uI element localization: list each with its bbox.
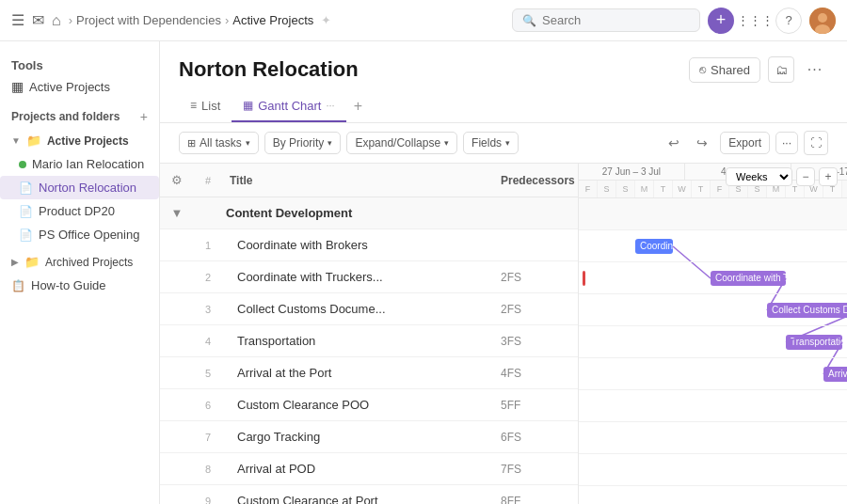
dot-mario <box>19 161 26 168</box>
pred-col: Predecessors <box>493 174 578 187</box>
task-title-8[interactable]: Arrival at POD <box>222 462 493 476</box>
folder-icon-active: 📁 <box>26 134 41 148</box>
task-num-8: 8 <box>194 464 222 475</box>
task-title-4[interactable]: Transportation <box>222 334 493 348</box>
page-icon: 📄 <box>19 181 33 195</box>
task-title-3[interactable]: Collect Customs Docume... <box>222 302 493 316</box>
mail-icon[interactable]: ✉ <box>32 11 44 29</box>
shared-button[interactable]: ⎋ Shared <box>689 57 760 83</box>
breadcrumb-item2: Active Projects <box>232 13 313 27</box>
task-num-6: 6 <box>194 400 222 411</box>
expand-chevron: ▾ <box>444 138 449 148</box>
add-tab-button[interactable]: + <box>346 90 370 122</box>
filter-button[interactable]: ⊞ All tasks ▾ <box>179 132 259 154</box>
menu-icon[interactable]: ☰ <box>11 11 24 29</box>
sidebar-norton-relocation[interactable]: 📄 Norton Relocation <box>0 176 159 199</box>
task-num-3: 3 <box>194 304 222 315</box>
redo-button[interactable]: ↪ <box>690 131 714 155</box>
priority-button[interactable]: By Priority ▾ <box>264 132 342 154</box>
task-pred-9: 8FF <box>493 495 578 505</box>
sidebar-item-label: Active Projects <box>29 80 110 94</box>
how-to-label: How-to Guide <box>31 278 105 292</box>
help-icon[interactable]: ? <box>775 8 802 34</box>
expand-archived-icon: ▶ <box>11 257 19 267</box>
shared-label: Shared <box>711 63 750 77</box>
tab-gantt[interactable]: ▦ Gantt Chart ··· <box>232 91 345 122</box>
search-bar[interactable]: 🔍 <box>512 8 700 32</box>
sidebar-mario-relocation[interactable]: Mario Ian Relocation <box>0 152 159 176</box>
expand-button[interactable]: Expand/Collapse ▾ <box>346 132 457 154</box>
export-button[interactable]: Export <box>720 132 770 154</box>
fields-button[interactable]: Fields ▾ <box>463 132 519 154</box>
grid-icon: ▦ <box>11 79 24 94</box>
zoom-out-button[interactable]: − <box>796 167 815 186</box>
task-pred-7: 6FS <box>493 431 578 444</box>
task-title-2[interactable]: Coordinate with Truckers... <box>222 270 493 284</box>
sidebar-ps-office[interactable]: 📄 PS Office Opening <box>0 223 159 246</box>
page-icon2: 📄 <box>19 205 33 218</box>
grid-icon[interactable]: ⋮⋮⋮ <box>742 8 768 34</box>
folder-archived-icon: 📁 <box>24 255 40 269</box>
tools-label: Tools <box>0 51 159 74</box>
tab-list[interactable]: ≡ List <box>179 91 232 122</box>
group-expand-icon[interactable]: ▼ <box>160 206 194 220</box>
add-button[interactable]: + <box>708 8 734 34</box>
projects-and-folders-header[interactable]: Projects and folders + <box>0 104 159 129</box>
fields-chevron: ▾ <box>505 138 510 148</box>
pin-icon[interactable]: ✦ <box>321 13 331 27</box>
gantt-chart: 27 Jun – 3 Jul 4-10 Jul 11–17 Jul 18–24 … <box>579 164 847 504</box>
sidebar-how-to[interactable]: 📋 How-to Guide <box>0 274 159 297</box>
task-pred-2: 2FS <box>493 271 578 284</box>
task-title-7[interactable]: Cargo Tracking <box>222 430 493 444</box>
day-cell: W <box>673 181 692 197</box>
archive-button[interactable]: 🗂 <box>768 56 794 83</box>
week-view-select[interactable]: Weeks Days Months <box>726 167 792 186</box>
sidebar-archived-projects[interactable]: ▶ 📁 Archived Projects <box>0 250 159 274</box>
table-row: 8 Arrival at POD 7FS <box>160 453 578 485</box>
table-row: 7 Cargo Tracking 6FS <box>160 421 578 453</box>
task-pred-8: 7FS <box>493 463 578 476</box>
zoom-in-button[interactable]: + <box>819 167 838 186</box>
sidebar-active-projects-group[interactable]: ▼ 📁 Active Projects <box>0 129 159 152</box>
priority-label: By Priority <box>273 136 325 150</box>
table-row: 2 Coordinate with Truckers... 2FS <box>160 261 578 293</box>
breadcrumb-item1[interactable]: Project with Dependencies <box>76 13 221 27</box>
tab-gantt-label: Gantt Chart <box>258 99 321 113</box>
gantt-row-7 <box>579 422 847 454</box>
sidebar-product-dp20[interactable]: 📄 Product DP20 <box>0 199 159 223</box>
gantt-col-headers: ⚙ # Title Predecessors <box>160 164 578 197</box>
table-row: 3 Collect Customs Docume... 2FS <box>160 293 578 325</box>
task-title-5[interactable]: Arrival at the Port <box>222 366 493 380</box>
title-col: Title <box>222 174 493 187</box>
avatar[interactable] <box>809 8 836 34</box>
share-icon: ⎋ <box>699 63 706 76</box>
tab-more-icon[interactable]: ··· <box>326 100 334 111</box>
page-title: Norton Relocation <box>179 57 359 82</box>
projects-label: Projects and folders <box>11 110 120 123</box>
archived-label: Archived Projects <box>45 256 133 269</box>
fullscreen-button[interactable]: ⛶ <box>804 131 828 155</box>
more-toolbar-button[interactable]: ··· <box>775 132 798 154</box>
label-ps-office: PS Office Opening <box>39 228 139 242</box>
more-options-button[interactable]: ··· <box>802 56 828 83</box>
task-title-6[interactable]: Custom Clearance POO <box>222 398 493 412</box>
home-icon[interactable]: ⌂ <box>52 12 61 29</box>
gantt-row-6 <box>579 390 847 422</box>
task-num-7: 7 <box>194 432 222 443</box>
gantt-container: ⚙ # Title Predecessors ▼ Content Develop… <box>160 164 847 504</box>
toolbar: ⊞ All tasks ▾ By Priority ▾ Expand/Colla… <box>160 123 847 164</box>
task-title-9[interactable]: Custom Clearance at Port <box>222 494 493 504</box>
task-num-9: 9 <box>194 496 222 505</box>
settings-col[interactable]: ⚙ <box>160 173 194 187</box>
dots-icon: ··· <box>807 61 823 78</box>
add-project-icon[interactable]: + <box>140 109 148 124</box>
export-label: Export <box>728 136 761 150</box>
task-title-1[interactable]: Coordinate with Brokers <box>222 238 493 252</box>
table-row: 9 Custom Clearance at Port 8FF <box>160 485 578 504</box>
task-pred-3: 2FS <box>493 303 578 316</box>
undo-button[interactable]: ↩ <box>662 131 686 155</box>
sidebar-item-active-projects[interactable]: ▦ Active Projects <box>0 74 159 99</box>
task-num-5: 5 <box>194 368 222 379</box>
gantt-row-1 <box>579 230 847 262</box>
search-input[interactable] <box>542 13 683 27</box>
